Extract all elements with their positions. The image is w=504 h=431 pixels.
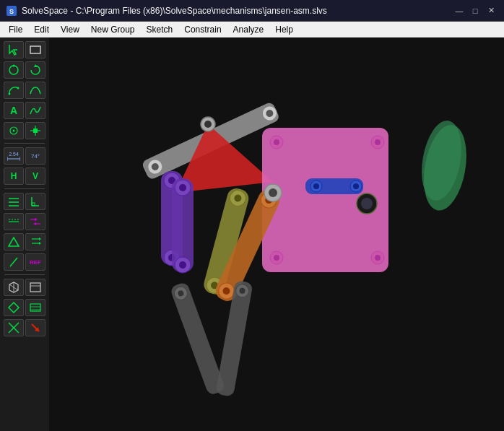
toolbar-divider-2 <box>4 188 45 189</box>
svg-point-80 <box>179 261 186 269</box>
title-left: S SolveSpace - C:\Program Files (x86)\So… <box>6 5 327 17</box>
title-controls: — □ ✕ <box>452 4 498 17</box>
coincident-tool[interactable] <box>4 213 24 230</box>
svg-marker-27 <box>33 222 36 225</box>
svg-point-98 <box>269 188 277 197</box>
toolbar-row-2 <box>0 61 49 79</box>
angle-dim-tool[interactable]: 74° <box>25 147 45 165</box>
menu-view[interactable]: View <box>55 22 85 38</box>
svg-point-100 <box>361 198 373 209</box>
spline-tool[interactable] <box>25 102 45 119</box>
title-text: SolveSpace - C:\Program Files (x86)\Solv… <box>22 6 327 16</box>
toolbar-row-7: H V <box>0 167 49 186</box>
svg-marker-32 <box>39 242 41 245</box>
title-bar: S SolveSpace - C:\Program Files (x86)\So… <box>0 0 504 22</box>
svg-point-78 <box>179 184 186 191</box>
tangent-tool[interactable] <box>4 122 24 139</box>
svg-text:S: S <box>9 8 14 15</box>
svg-point-63 <box>375 255 381 261</box>
ref-tool[interactable]: REF <box>25 253 45 271</box>
toolbar-row-9 <box>0 212 49 231</box>
svg-point-54 <box>204 121 212 128</box>
svg-point-61 <box>274 255 279 261</box>
menu-file[interactable]: File <box>3 22 28 38</box>
perp-tool[interactable] <box>25 193 45 210</box>
3d-view-tool[interactable] <box>4 279 24 296</box>
svg-rect-2 <box>30 46 40 53</box>
menu-new-group[interactable]: New Group <box>85 22 141 38</box>
main-area: A <box>0 38 504 431</box>
menu-edit[interactable]: Edit <box>28 22 55 38</box>
mechanism-svg <box>49 38 504 431</box>
maximize-button[interactable]: □ <box>468 4 482 17</box>
menu-bar: File Edit View New Group Sketch Constrai… <box>0 22 504 38</box>
horizontal-tool[interactable]: H <box>4 167 24 185</box>
toolbar-row-8 <box>0 192 49 211</box>
toolbar-row-12 <box>0 278 49 297</box>
linear-dim-tool[interactable]: 2.54 <box>4 147 24 165</box>
arrow-down-tool[interactable] <box>25 319 45 336</box>
parallel-tool[interactable] <box>4 193 24 210</box>
svg-marker-28 <box>9 238 19 246</box>
toolbar-row-6: 2.54 74° <box>0 147 49 165</box>
triangle-tool[interactable] <box>4 233 24 251</box>
svg-point-59 <box>375 139 381 145</box>
parallel-arrows-tool[interactable] <box>25 233 45 251</box>
svg-point-6 <box>9 93 11 95</box>
menu-sketch[interactable]: Sketch <box>141 22 179 38</box>
svg-point-70 <box>353 183 359 189</box>
menu-help[interactable]: Help <box>269 22 299 38</box>
canvas-area[interactable] <box>49 38 504 431</box>
equal-tool[interactable] <box>25 213 45 230</box>
close-button[interactable]: ✕ <box>484 4 498 17</box>
svg-point-7 <box>17 87 19 90</box>
svg-point-57 <box>274 139 279 145</box>
arc-tool[interactable] <box>4 82 24 99</box>
toolbar-row-5 <box>0 121 49 140</box>
svg-point-68 <box>313 183 319 189</box>
toolbar-row-10 <box>0 232 49 251</box>
menu-constrain[interactable]: Constrain <box>178 22 227 38</box>
svg-point-3 <box>9 66 18 74</box>
minimize-button[interactable]: — <box>452 4 466 17</box>
svg-rect-36 <box>30 283 40 292</box>
toolbar-divider-1 <box>4 143 45 144</box>
diagonal-tool[interactable] <box>4 319 24 336</box>
svg-point-9 <box>13 130 15 132</box>
bezier-tool[interactable] <box>25 82 45 99</box>
svg-marker-30 <box>39 238 41 240</box>
toolbar-row-1 <box>0 40 49 59</box>
select-tool[interactable] <box>4 41 24 58</box>
rotate-tool[interactable] <box>25 61 45 79</box>
circle-tool[interactable] <box>4 61 24 79</box>
toolbar-row-3 <box>0 81 49 100</box>
svg-rect-12 <box>33 129 38 133</box>
app-icon: S <box>6 5 17 17</box>
toolbar-row-13 <box>0 298 49 317</box>
vertical-tool[interactable]: V <box>25 167 45 185</box>
menu-analyze[interactable]: Analyze <box>227 22 270 38</box>
svg-rect-39 <box>30 304 40 311</box>
layers-tool[interactable] <box>25 299 45 316</box>
svg-marker-25 <box>35 218 38 221</box>
slash-tool[interactable] <box>4 253 24 271</box>
toolbar-row-14 <box>0 318 49 337</box>
svg-point-4 <box>13 65 15 67</box>
toolbar: A <box>0 38 49 431</box>
svg-marker-38 <box>9 302 19 313</box>
toolbar-row-11: REF <box>0 253 49 271</box>
svg-line-33 <box>10 258 17 266</box>
sketch-view-tool[interactable] <box>25 279 45 296</box>
text-tool[interactable]: A <box>4 102 24 119</box>
toolbar-row-4: A <box>0 101 49 120</box>
point-tool[interactable] <box>25 122 45 139</box>
rect-tool[interactable] <box>25 41 45 58</box>
toolbar-divider-3 <box>4 274 45 275</box>
diamond-tool[interactable] <box>4 299 24 316</box>
